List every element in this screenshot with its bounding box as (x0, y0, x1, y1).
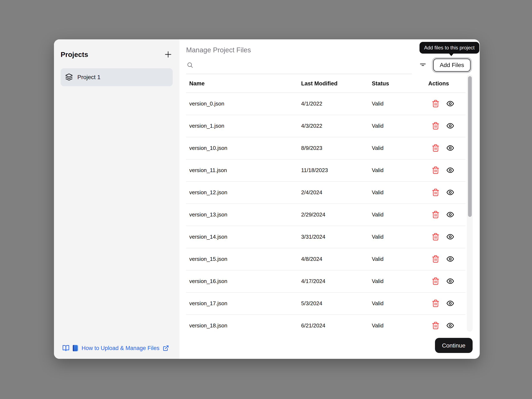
external-link-icon (163, 345, 169, 351)
view-file-button[interactable] (446, 211, 454, 219)
row-actions (428, 166, 466, 174)
file-last-modified: 2/29/2024 (301, 211, 372, 218)
file-status: Valid (372, 256, 428, 262)
view-file-button[interactable] (446, 188, 454, 196)
view-file-button[interactable] (446, 321, 454, 329)
delete-file-button[interactable] (431, 211, 439, 219)
file-status: Valid (372, 145, 428, 151)
table-row: version_11.json 11/18/2023 Valid (186, 159, 466, 182)
view-file-button[interactable] (446, 144, 454, 152)
add-project-button[interactable] (164, 50, 173, 59)
screen: Projects Project 1 (0, 0, 532, 399)
table-header: Name Last Modified Status Actions (186, 75, 466, 93)
table-row: version_16.json 4/17/2024 Valid (186, 270, 466, 292)
table-scrollbar-track[interactable] (467, 74, 473, 331)
plus-icon (164, 50, 172, 59)
sidebar-header: Projects (61, 49, 173, 59)
eye-icon (446, 100, 454, 108)
view-file-button[interactable] (446, 299, 454, 307)
delete-file-button[interactable] (431, 188, 439, 196)
layers-icon (65, 73, 73, 81)
delete-file-button[interactable] (431, 100, 439, 108)
help-link[interactable]: How to Upload & Manage Files (62, 344, 169, 352)
delete-file-button[interactable] (431, 299, 439, 307)
file-last-modified: 8/9/2023 (301, 145, 372, 151)
sidebar-item-project-1[interactable]: Project 1 (61, 68, 173, 86)
continue-button[interactable]: Continue (435, 338, 473, 353)
trash-icon (431, 255, 439, 263)
tooltip-text: Add files to this project (424, 45, 475, 51)
search-input[interactable] (197, 59, 406, 71)
file-name: version_17.json (186, 300, 301, 307)
trash-icon (431, 277, 439, 285)
file-status: Valid (372, 123, 428, 129)
column-header-actions: Actions (428, 81, 466, 87)
table-row: version_10.json 8/9/2023 Valid (186, 137, 466, 159)
view-file-button[interactable] (446, 100, 454, 108)
eye-icon (446, 144, 454, 152)
eye-icon (446, 321, 454, 329)
trash-icon (431, 233, 439, 241)
trash-icon (431, 166, 439, 174)
eye-icon (446, 122, 454, 130)
table-body: version_0.json 4/1/2022 Valid (186, 93, 466, 331)
delete-file-button[interactable] (431, 277, 439, 285)
row-actions (428, 144, 466, 152)
tooltip: Add files to this project (419, 42, 479, 53)
row-actions (428, 122, 466, 130)
eye-icon (446, 188, 454, 196)
file-status: Valid (372, 211, 428, 218)
file-last-modified: 4/1/2022 (301, 100, 372, 107)
file-name: version_12.json (186, 189, 301, 196)
projects-sidebar: Projects Project 1 (54, 39, 179, 359)
file-last-modified: 4/17/2024 (301, 278, 372, 284)
delete-file-button[interactable] (431, 255, 439, 263)
file-status: Valid (372, 189, 428, 196)
row-actions (428, 188, 466, 196)
file-last-modified: 5/3/2024 (301, 300, 372, 307)
delete-file-button[interactable] (431, 122, 439, 130)
delete-file-button[interactable] (431, 144, 439, 152)
page-title: Manage Project Files (186, 46, 251, 54)
file-name: version_18.json (186, 322, 301, 329)
delete-file-button[interactable] (431, 233, 439, 241)
file-last-modified: 6/21/2024 (301, 322, 372, 329)
column-header-name: Name (186, 81, 301, 87)
table-row: version_0.json 4/1/2022 Valid (186, 93, 466, 115)
table-row: version_13.json 2/29/2024 Valid (186, 204, 466, 226)
file-last-modified: 3/31/2024 (301, 234, 372, 240)
file-name: version_15.json (186, 256, 301, 262)
file-name: version_10.json (186, 145, 301, 151)
trash-icon (431, 122, 439, 130)
delete-file-button[interactable] (431, 321, 439, 329)
delete-file-button[interactable] (431, 166, 439, 174)
file-status: Valid (372, 167, 428, 173)
project-item-label: Project 1 (77, 74, 101, 81)
view-file-button[interactable] (446, 233, 454, 241)
file-last-modified: 4/3/2022 (301, 123, 372, 129)
trash-icon (431, 188, 439, 196)
search-underline (186, 74, 412, 74)
sidebar-title: Projects (61, 51, 88, 59)
trash-icon (431, 211, 439, 219)
table-row: version_17.json 5/3/2024 Valid (186, 292, 466, 315)
file-last-modified: 4/8/2024 (301, 256, 372, 262)
row-actions (428, 233, 466, 241)
filter-icon[interactable] (419, 61, 427, 69)
trash-icon (431, 299, 439, 307)
row-actions (428, 255, 466, 263)
file-name: version_13.json (186, 211, 301, 218)
view-file-button[interactable] (446, 255, 454, 263)
view-file-button[interactable] (446, 122, 454, 130)
row-actions (428, 277, 466, 285)
search-icon (187, 62, 194, 69)
file-status: Valid (372, 234, 428, 240)
table-scrollbar-thumb[interactable] (468, 76, 472, 217)
file-last-modified: 11/18/2023 (301, 167, 372, 173)
table-row: version_18.json 6/21/2024 Valid (186, 315, 466, 331)
view-file-button[interactable] (446, 277, 454, 285)
column-header-last-modified: Last Modified (301, 81, 372, 87)
view-file-button[interactable] (446, 166, 454, 174)
file-status: Valid (372, 278, 428, 284)
add-files-button[interactable]: Add Files (433, 59, 470, 72)
